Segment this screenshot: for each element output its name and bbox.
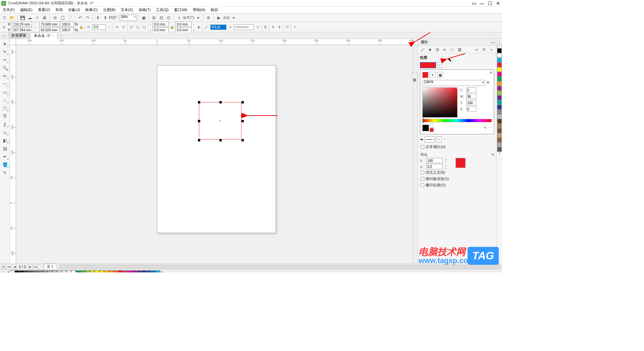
palette-swatch[interactable] bbox=[38, 270, 43, 273]
launch-drop-icon[interactable]: ▾ bbox=[230, 14, 237, 21]
menu-object[interactable]: 对象(J) bbox=[67, 7, 81, 13]
pick-tool-icon[interactable]: ➤◢ bbox=[1, 40, 9, 47]
handle-tr[interactable] bbox=[241, 101, 244, 103]
line-style-more-icon[interactable]: ⋯ bbox=[443, 137, 448, 142]
menu-layout[interactable]: 布局 bbox=[54, 7, 64, 13]
palette-swatch[interactable] bbox=[497, 86, 502, 91]
palette-swatch[interactable] bbox=[497, 128, 502, 133]
fullscreen-icon[interactable]: ▣ bbox=[140, 14, 147, 21]
corner-style-2-icon[interactable]: ◱ bbox=[135, 25, 140, 30]
handle-br[interactable] bbox=[241, 139, 244, 141]
canvas-background[interactable]: × bbox=[16, 45, 418, 263]
width-input[interactable] bbox=[39, 21, 59, 27]
palette-swatch[interactable] bbox=[497, 48, 502, 53]
menu-buy[interactable]: 购买 bbox=[209, 7, 219, 13]
back-icon[interactable]: ⬇ bbox=[277, 25, 282, 30]
palette-swatch[interactable] bbox=[109, 270, 113, 273]
color-settings-icon[interactable]: ⚙ bbox=[486, 80, 492, 86]
palette-swatch[interactable] bbox=[137, 270, 142, 273]
ellipse-tool-icon[interactable]: ○◢ bbox=[1, 97, 9, 103]
more-options-icon[interactable]: ⋯ bbox=[488, 126, 492, 130]
palette-swatch[interactable] bbox=[52, 270, 57, 273]
cloud-down-icon[interactable]: ⇩ bbox=[34, 14, 41, 21]
handle-mr[interactable] bbox=[241, 120, 244, 122]
crop-tool-icon[interactable]: ✂◢ bbox=[1, 56, 9, 63]
fill-tool-icon[interactable]: 🪣◢ bbox=[1, 161, 9, 168]
palette-swatch[interactable] bbox=[19, 270, 24, 273]
transparency-panel-icon[interactable]: ▨ bbox=[435, 47, 440, 52]
y-input[interactable] bbox=[466, 100, 476, 105]
transparency-tool-icon[interactable]: ▨ bbox=[1, 145, 9, 152]
x-position-input[interactable] bbox=[12, 21, 32, 27]
minimize-icon[interactable]: — bbox=[479, 1, 485, 6]
palette-swatch[interactable] bbox=[80, 270, 85, 273]
convert-icon[interactable]: ⟲ bbox=[284, 25, 290, 30]
options-icon[interactable]: ⚙ bbox=[205, 14, 212, 21]
page-tab-1[interactable]: 页 1 bbox=[44, 264, 56, 270]
line-style-dropdown[interactable] bbox=[425, 136, 435, 142]
freehand-tool-icon[interactable]: ✏◢ bbox=[1, 73, 9, 79]
handle-bm[interactable] bbox=[219, 139, 222, 141]
hue-slider[interactable] bbox=[422, 119, 492, 122]
stretch-input[interactable] bbox=[426, 158, 443, 163]
outline-drop-icon[interactable]: ▾ bbox=[227, 25, 233, 30]
ruler-origin-icon[interactable] bbox=[10, 39, 16, 45]
handle-bl[interactable] bbox=[198, 139, 200, 141]
behind-fill-check[interactable] bbox=[421, 171, 424, 174]
palette-swatch[interactable] bbox=[34, 270, 38, 273]
lock-corners-icon[interactable]: 🔒 bbox=[170, 25, 174, 30]
outline-color-swatch[interactable] bbox=[420, 62, 436, 68]
menu-window[interactable]: 窗口(W) bbox=[173, 7, 189, 13]
color-tab-solid-icon[interactable] bbox=[422, 72, 428, 78]
menu-bitmap[interactable]: 位图(B) bbox=[102, 7, 117, 13]
guides-icon[interactable]: ⊡ bbox=[165, 14, 172, 21]
palette-up-icon[interactable]: ▴ bbox=[499, 40, 500, 44]
launch-label[interactable]: 启动 bbox=[223, 14, 230, 21]
palette-swatch[interactable] bbox=[497, 119, 502, 124]
canvas-area[interactable]: 20015010050050100150200250300350400 3002… bbox=[10, 39, 418, 263]
palette-swatch[interactable] bbox=[497, 91, 502, 95]
origin-icon[interactable]: ⊞ bbox=[1, 25, 7, 30]
tab-close-icon[interactable]: × bbox=[52, 34, 54, 38]
m-input[interactable] bbox=[466, 94, 476, 99]
palette-swatch[interactable] bbox=[29, 270, 34, 273]
eyedropper-icon[interactable]: ✎ bbox=[484, 126, 487, 130]
color-model-select[interactable]: CMYK bbox=[422, 80, 485, 86]
fx-panel-icon[interactable]: fx bbox=[442, 47, 447, 52]
menu-table[interactable]: 表格(T) bbox=[137, 7, 152, 13]
copy-icon[interactable]: ⧉ bbox=[52, 14, 58, 21]
palette-swatch[interactable] bbox=[497, 133, 502, 138]
detail-icon[interactable]: ⧉ bbox=[481, 47, 487, 52]
palette-swatch[interactable] bbox=[62, 270, 66, 273]
fill-panel-icon[interactable]: ◆ bbox=[427, 47, 433, 52]
palette-swatch[interactable] bbox=[66, 270, 71, 273]
palette-swatch[interactable] bbox=[95, 270, 99, 273]
expand-config-icon[interactable]: ⊞ bbox=[1, 264, 6, 269]
up-arrow-icon-2[interactable]: ▴ bbox=[444, 164, 447, 167]
palette-swatch[interactable] bbox=[497, 95, 502, 100]
line-style-drop-icon[interactable]: ▾ bbox=[437, 136, 441, 142]
palette-down-icon[interactable]: ▾ bbox=[499, 152, 500, 156]
palette-swatch[interactable] bbox=[85, 270, 90, 273]
palette-swatch[interactable] bbox=[132, 270, 137, 273]
add-page-icon[interactable]: + bbox=[39, 264, 43, 269]
cloud-up-icon[interactable]: ☁ bbox=[26, 14, 33, 21]
page-first-icon[interactable]: ⏮ bbox=[7, 264, 11, 269]
snap-icon[interactable]: ⌖ bbox=[176, 14, 182, 21]
corner-tl-input[interactable] bbox=[153, 21, 169, 27]
outline-width-input[interactable] bbox=[210, 25, 226, 30]
line-drop-icon[interactable]: ▾ bbox=[255, 25, 260, 30]
menu-view[interactable]: 查看(V) bbox=[37, 7, 52, 13]
palette-swatch[interactable] bbox=[497, 109, 502, 114]
menu-panel-icon[interactable]: ≡ bbox=[489, 47, 494, 52]
down-arrow-icon[interactable]: ▾ bbox=[444, 161, 447, 163]
home-tab-icon[interactable]: ⌂ bbox=[1, 33, 7, 38]
rotation-input[interactable] bbox=[92, 25, 106, 30]
zoom-combo[interactable]: 58% bbox=[120, 15, 137, 21]
import-icon[interactable]: ⬇ bbox=[95, 14, 101, 21]
export-icon[interactable]: ⬆ bbox=[102, 14, 109, 21]
print-icon[interactable]: 🖶 bbox=[41, 14, 48, 21]
launch-icon[interactable]: ▶ bbox=[216, 14, 222, 21]
sym-panel-icon[interactable]: ▢ bbox=[449, 47, 455, 52]
add-icon[interactable]: + bbox=[292, 25, 298, 30]
